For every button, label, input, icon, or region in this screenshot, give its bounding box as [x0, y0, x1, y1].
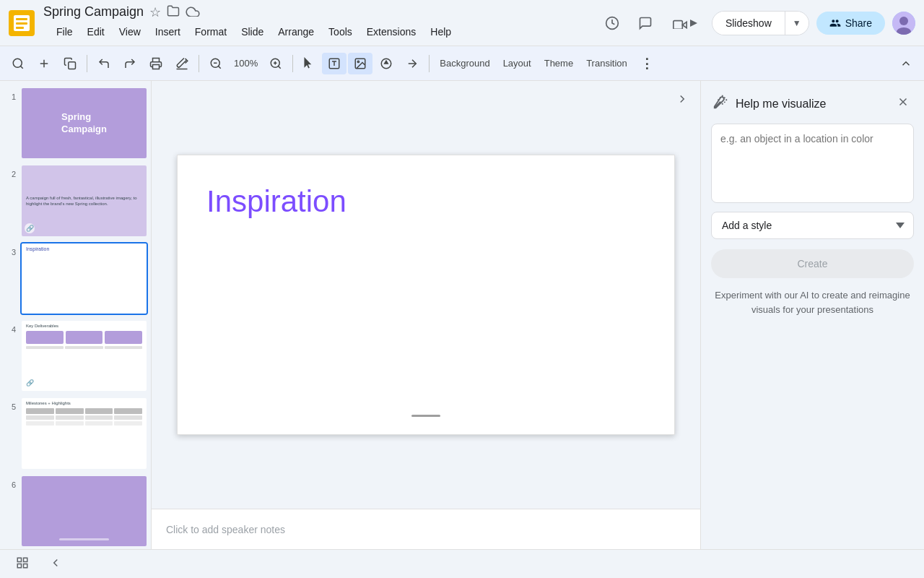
canvas-top: Inspiration [152, 81, 700, 509]
layout-button[interactable]: Layout [497, 53, 537, 73]
user-avatar[interactable] [892, 12, 915, 35]
svg-point-5 [899, 17, 908, 25]
canvas-area: Inspiration Click to add speaker notes [152, 81, 700, 549]
slide-thumb-3[interactable]: Inspiration [20, 242, 148, 315]
cloud-icon[interactable] [186, 5, 200, 20]
top-right-actions: Slideshow ▼ Share [599, 10, 915, 36]
create-button[interactable]: Create [711, 249, 914, 278]
share-button[interactable]: Share [816, 12, 885, 35]
transition-label: Transition [586, 58, 627, 69]
ai-wand-icon [712, 94, 728, 113]
history-button[interactable] [599, 10, 625, 36]
theme-button[interactable]: Theme [539, 53, 579, 73]
slide-number-3: 3 [3, 242, 16, 256]
slide-item-1[interactable]: 1 SpringCampaign [3, 87, 148, 160]
slide-thumb-4[interactable]: Key Deliverables 🔗 [20, 319, 148, 392]
slide-item-3[interactable]: 3 Inspiration [3, 242, 148, 315]
slide-thumb-1[interactable]: SpringCampaign [20, 87, 148, 160]
insert-lines-button[interactable] [400, 53, 424, 74]
zoom-out-button[interactable] [204, 53, 228, 74]
layout-label: Layout [503, 58, 531, 69]
speaker-notes-area[interactable]: Click to add speaker notes [152, 509, 700, 549]
svg-line-8 [20, 66, 22, 68]
menu-extensions[interactable]: Extensions [359, 22, 423, 42]
top-bar: Spring Campaign ☆ File Edit View Insert … [0, 0, 924, 46]
slideshow-button[interactable]: Slideshow [712, 12, 785, 35]
menu-help[interactable]: Help [423, 22, 458, 42]
slide4-content: Key Deliverables [22, 321, 147, 352]
slide-item-6[interactable]: 6 [3, 475, 148, 548]
duplicate-button[interactable] [58, 53, 82, 74]
slide-canvas[interactable]: Inspiration [177, 155, 675, 435]
more-toolbar-button[interactable]: ⋮ [635, 51, 659, 76]
menu-edit[interactable]: Edit [80, 22, 112, 42]
slide-item-4[interactable]: 4 Key Deliverables [3, 319, 148, 392]
slide5-title: Milestones + Highlights [26, 401, 142, 405]
svg-rect-29 [17, 558, 21, 561]
camera-button[interactable] [666, 13, 705, 33]
slide-item-2[interactable]: 2 A campaign full of fresh, fantastical,… [3, 164, 148, 237]
slide-item-5[interactable]: 5 Milestones + Highlights [3, 397, 148, 470]
slideshow-dropdown-button[interactable]: ▼ [785, 12, 808, 35]
menu-view[interactable]: View [112, 22, 148, 42]
select-tool[interactable] [297, 53, 321, 74]
slide-thumb-6[interactable] [20, 475, 148, 548]
toolbar-divider-2 [199, 55, 199, 72]
slide-canvas-title: Inspiration [206, 184, 346, 219]
menu-bar: File Edit View Insert Format Slide Arran… [49, 22, 458, 42]
background-label: Background [440, 58, 489, 69]
slide-thumb-2[interactable]: A campaign full of fresh, fantastical, i… [20, 164, 148, 237]
slide4-box-1 [26, 331, 64, 344]
slide3-label: Inspiration [26, 246, 49, 251]
app-icon[interactable] [9, 10, 35, 36]
grid-view-button[interactable] [12, 552, 33, 576]
bottom-bar [0, 549, 924, 578]
style-dropdown: Add a stylePhotorealisticIllustrationAbs… [711, 212, 914, 239]
slide4-box-2 [66, 331, 103, 344]
collapse-panel-button[interactable] [673, 90, 692, 112]
paint-format-button[interactable] [170, 53, 194, 74]
close-panel-button[interactable] [894, 92, 912, 115]
prompt-input-container[interactable] [711, 124, 914, 203]
background-button[interactable]: Background [434, 53, 495, 73]
menu-tools[interactable]: Tools [321, 22, 359, 42]
folder-icon[interactable] [167, 4, 180, 20]
slides-panel: 1 SpringCampaign 2 A campaign full of fr… [0, 81, 152, 549]
undo-button[interactable] [92, 53, 116, 74]
shape-tool[interactable] [374, 53, 398, 74]
document-title[interactable]: Spring Campaign [43, 4, 144, 20]
theme-label: Theme [544, 58, 573, 69]
menu-insert[interactable]: Insert [148, 22, 188, 42]
collapse-toolbar-button[interactable] [894, 53, 918, 74]
slide-number-4: 4 [3, 319, 16, 334]
slide-badge-4: 🔗 [25, 378, 35, 388]
prompt-input[interactable] [720, 133, 905, 191]
style-select[interactable]: Add a stylePhotorealisticIllustrationAbs… [711, 212, 914, 239]
menu-arrange[interactable]: Arrange [271, 22, 321, 42]
right-panel-header: Help me visualize [701, 81, 924, 124]
slide-number-2: 2 [3, 164, 16, 178]
zoom-in-button[interactable] [263, 53, 288, 74]
slide4-title: Key Deliverables [26, 324, 142, 328]
collapse-sidebar-button[interactable] [45, 552, 66, 576]
textbox-tool[interactable] [322, 53, 346, 74]
star-icon[interactable]: ☆ [149, 4, 161, 20]
ai-description: Experiment with our AI to create and rei… [711, 288, 914, 316]
svg-rect-30 [24, 558, 27, 561]
add-button[interactable] [32, 53, 56, 74]
menu-format[interactable]: Format [188, 22, 234, 42]
image-tool[interactable] [348, 53, 372, 74]
toolbar-divider-1 [87, 55, 87, 72]
menu-file[interactable]: File [49, 22, 80, 42]
svg-rect-12 [153, 64, 160, 69]
print-button[interactable] [144, 53, 168, 74]
transition-button[interactable]: Transition [580, 53, 633, 73]
comments-button[interactable] [632, 10, 658, 36]
menu-slide[interactable]: Slide [234, 22, 271, 42]
svg-marker-1 [682, 22, 687, 27]
slide-number-1: 1 [3, 87, 16, 101]
share-label: Share [845, 17, 872, 29]
redo-button[interactable] [118, 53, 142, 74]
search-button[interactable] [6, 53, 30, 74]
slide-thumb-5[interactable]: Milestones + Highlights [20, 397, 148, 470]
